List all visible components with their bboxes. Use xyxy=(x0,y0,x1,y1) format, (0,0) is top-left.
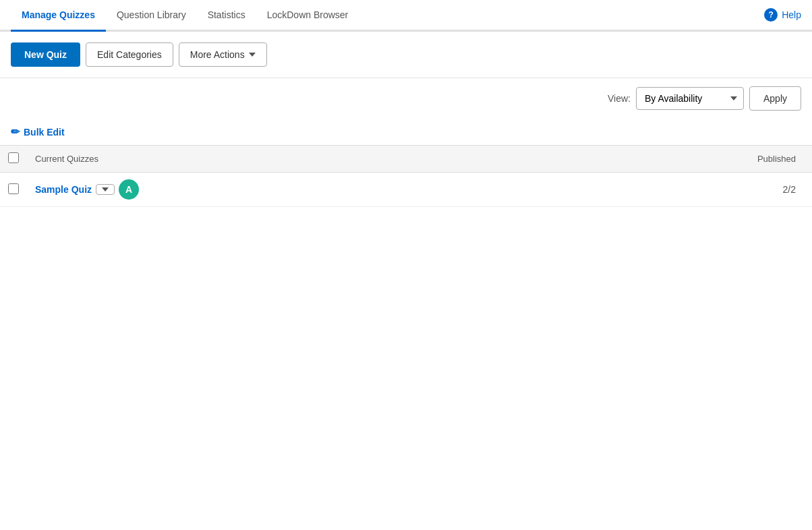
bulk-edit-label: Bulk Edit xyxy=(24,127,65,138)
row-published-cell: 2/2 xyxy=(542,173,812,207)
header-checkbox-cell xyxy=(0,146,27,173)
apply-button[interactable]: Apply xyxy=(749,86,801,111)
help-link[interactable]: ? Help xyxy=(764,8,801,22)
header-current-quizzes: Current Quizzes xyxy=(27,146,542,173)
nav-question-library[interactable]: Question Library xyxy=(106,0,197,32)
view-select-wrapper: By Availability By Name By Category xyxy=(636,87,744,110)
row-checkbox[interactable] xyxy=(8,183,19,194)
quiz-table: Current Quizzes Published Sample Quiz A xyxy=(0,145,812,207)
chevron-down-icon xyxy=(249,53,256,57)
edit-categories-button[interactable]: Edit Categories xyxy=(86,42,173,67)
table-row: Sample Quiz A 2/2 xyxy=(0,173,812,207)
nav-statistics[interactable]: Statistics xyxy=(197,0,256,32)
help-label: Help xyxy=(782,9,801,20)
bulk-edit-button[interactable]: ✏ Bulk Edit xyxy=(11,125,65,138)
nav-lockdown-browser[interactable]: LockDown Browser xyxy=(256,0,359,32)
badge-a: A xyxy=(119,179,139,200)
help-icon: ? xyxy=(764,8,778,22)
toolbar: New Quiz Edit Categories More Actions xyxy=(0,32,812,78)
view-select[interactable]: By Availability By Name By Category xyxy=(636,87,744,110)
view-label: View: xyxy=(608,93,631,104)
content-area: New Quiz Edit Categories More Actions Vi… xyxy=(0,32,812,207)
select-all-checkbox[interactable] xyxy=(8,152,19,163)
more-actions-label: More Actions xyxy=(190,49,245,60)
header-published: Published xyxy=(542,146,812,173)
quiz-link[interactable]: Sample Quiz xyxy=(35,184,92,195)
table-header-row: Current Quizzes Published xyxy=(0,146,812,173)
view-row: View: By Availability By Name By Categor… xyxy=(0,78,812,119)
pencil-icon: ✏ xyxy=(11,125,20,138)
quiz-name-wrapper: Sample Quiz A xyxy=(35,179,534,200)
quiz-dropdown-button[interactable] xyxy=(96,184,115,195)
bulk-edit-row: ✏ Bulk Edit xyxy=(0,119,812,145)
more-actions-button[interactable]: More Actions xyxy=(179,42,267,67)
top-navigation: Manage Quizzes Question Library Statisti… xyxy=(0,0,812,32)
row-name-cell: Sample Quiz A xyxy=(27,173,542,207)
dropdown-chevron-icon xyxy=(102,187,109,192)
new-quiz-button[interactable]: New Quiz xyxy=(11,42,80,67)
nav-manage-quizzes[interactable]: Manage Quizzes xyxy=(11,0,106,32)
row-checkbox-cell xyxy=(0,173,27,207)
